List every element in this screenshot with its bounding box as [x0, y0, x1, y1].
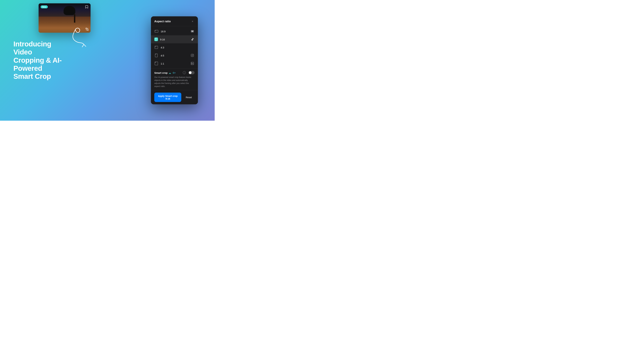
tree-silhouette — [69, 5, 80, 23]
new-badge: New — [40, 5, 48, 8]
aspect-ratio-panel: Aspect ratio × 16:9 — [151, 16, 198, 104]
svg-rect-11 — [191, 54, 194, 57]
empty-platform-icon-4-3 — [190, 45, 194, 50]
svg-point-18 — [191, 62, 192, 63]
info-icon[interactable]: i — [183, 71, 186, 74]
aspect-icon-4-3 — [154, 45, 159, 50]
panel-footer: Apply Smart crop 9:16 Reset — [151, 90, 198, 104]
aspect-icon-1-1 — [154, 61, 159, 66]
panel-header: Aspect ratio × — [151, 16, 198, 26]
svg-rect-10 — [156, 54, 156, 55]
toggle-thumb — [189, 71, 192, 74]
aspect-label-4-3: 4:3 — [161, 46, 164, 49]
aspect-item-16-9[interactable]: 16:9 — [151, 27, 198, 35]
aspect-item-9-16[interactable]: 9:16 — [151, 35, 198, 43]
aspect-left-4-5: 4:5 — [154, 53, 164, 58]
bookmark-icon[interactable] — [85, 5, 88, 9]
youtube-icon — [190, 29, 194, 33]
aspect-label-16-9: 16:9 — [161, 30, 166, 33]
headline: Introducing Video Cropping & AI-Powered … — [14, 40, 70, 80]
instagram-icon — [190, 53, 194, 58]
aspect-left-16-9: 16:9 — [154, 29, 166, 33]
plus-badge: C+ — [169, 71, 176, 74]
aspect-item-1-1[interactable]: 1:1 — [151, 59, 198, 67]
aspect-label-4-5: 4:5 — [161, 54, 164, 57]
smart-crop-section: Smart crop C+ i — [151, 68, 198, 90]
svg-rect-6 — [156, 38, 156, 39]
aspect-left-4-3: 4:3 — [154, 45, 164, 50]
svg-rect-4 — [155, 38, 157, 41]
smart-crop-toggle[interactable] — [188, 71, 194, 74]
landscape-ratio-icon — [154, 29, 159, 33]
left-section: Introducing Video Cropping & AI-Powered … — [14, 40, 70, 80]
aspect-icon-4-5 — [154, 53, 159, 58]
apply-button[interactable]: Apply Smart crop 9:16 — [154, 93, 181, 102]
crop-icon[interactable] — [85, 27, 89, 31]
smart-crop-description: Our AI-powered smart crop feature tracks… — [154, 76, 194, 88]
aspect-item-4-5[interactable]: 4:5 — [151, 51, 198, 59]
svg-point-12 — [192, 55, 193, 56]
background: Introducing Video Cropping & AI-Powered … — [0, 0, 215, 121]
plus-label: C+ — [173, 71, 176, 74]
aspect-item-4-3[interactable]: 4:3 — [151, 43, 198, 51]
headline-line3: Smart Crop — [14, 72, 51, 80]
svg-point-13 — [193, 54, 193, 55]
svg-rect-1 — [155, 30, 156, 31]
aspect-left-1-1: 1:1 — [154, 61, 164, 66]
tiktok-icon — [190, 37, 194, 41]
aspect-left-9-16: 9:16 — [154, 37, 165, 41]
smart-crop-header: Smart crop C+ i — [154, 71, 194, 74]
close-button[interactable]: × — [190, 19, 194, 23]
aspect-list: 16:9 — [151, 26, 198, 68]
svg-rect-17 — [192, 63, 192, 64]
panel-title: Aspect ratio — [154, 20, 171, 23]
svg-rect-8 — [155, 46, 156, 47]
svg-rect-15 — [155, 62, 156, 63]
aspect-label-1-1: 1:1 — [161, 62, 164, 65]
headline-line2: Cropping & AI-Powered — [14, 56, 62, 72]
selected-indicator — [154, 37, 158, 41]
reset-button[interactable]: Reset — [183, 94, 194, 101]
headline-line1: Introducing Video — [14, 40, 51, 56]
aspect-label-9-16: 9:16 — [160, 38, 165, 41]
linkedin-icon — [190, 61, 194, 66]
smart-crop-title: Smart crop — [154, 71, 168, 74]
